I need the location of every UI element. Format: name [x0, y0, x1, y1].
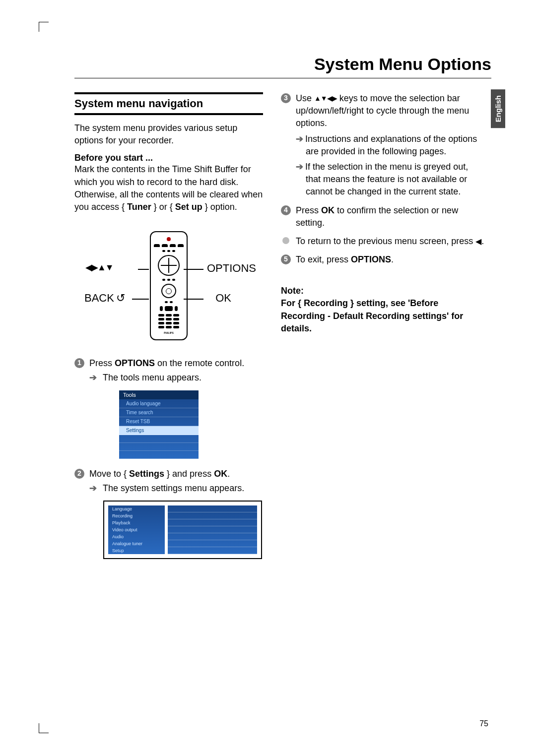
options-label: OPTIONS [207, 262, 256, 275]
bullet-text-a: To return to the previous menu screen, p… [296, 236, 475, 246]
before-you-start-label: Before you start ... [74, 153, 263, 163]
back-label: BACK ↺ [84, 292, 125, 305]
setup-label: Set up [175, 202, 202, 212]
settings-item: Analogue tuner [108, 540, 165, 547]
callout-line [132, 299, 149, 300]
callout-line [138, 269, 149, 270]
settings-item: Recording [108, 512, 165, 519]
power-icon [167, 237, 171, 241]
dpad-keys-icon: ▲▼◀▶ [314, 94, 337, 102]
section-heading: System menu navigation [74, 92, 263, 115]
tools-item: Time search [119, 408, 199, 417]
arrow-icon: ➔ [89, 372, 97, 384]
settings-item: Setup [108, 547, 165, 554]
language-tab: English [491, 89, 505, 128]
step-number: 4 [281, 205, 291, 215]
page-title: System Menu Options [74, 55, 491, 74]
step1-sub: ➔ The tools menu appears. [89, 372, 263, 384]
tools-item-empty [119, 435, 199, 443]
intro-text: The system menu provides various setup o… [74, 122, 263, 147]
step1-options: OPTIONS [115, 358, 155, 368]
step5-text-a: To exit, press [296, 254, 351, 264]
settings-item: Audio [108, 533, 165, 540]
left-key-icon: ◀ [475, 237, 481, 246]
step2-settings: Settings [129, 469, 164, 479]
back-icon: ↺ [116, 292, 125, 305]
step1-text-a: Press [89, 358, 115, 368]
tools-item-empty [119, 443, 199, 451]
step-1: 1 Press OPTIONS on the remote control. [74, 357, 263, 370]
step-5: 5 To exit, press OPTIONS. [281, 253, 484, 266]
step2-sub: ➔ The system settings menu appears. [89, 482, 263, 495]
tools-item: Audio language [119, 399, 199, 408]
arrow-icon: ➔ [296, 134, 303, 144]
numpad-icon [158, 314, 179, 328]
step-2: 2 Move to { Settings } and press OK. [74, 468, 263, 480]
step3-text-a: Use [296, 93, 314, 103]
arrow-icon: ➔ [296, 162, 303, 172]
step5-options: OPTIONS [351, 254, 391, 264]
left-column: System menu navigation The system menu p… [74, 92, 263, 559]
dpad-icon [158, 255, 180, 276]
bullet-return: To return to the previous menu screen, p… [281, 235, 484, 248]
remote-body: PHILIPS [150, 231, 188, 340]
callout-line [184, 299, 203, 300]
tools-item-empty [119, 451, 199, 459]
step2-text-b: } and press [164, 469, 214, 479]
step4-text-a: Press [296, 205, 321, 215]
step4-ok: OK [321, 205, 335, 215]
step2-text-a: Move to { [89, 469, 129, 479]
note-label: Note: [281, 285, 484, 297]
tools-menu: Tools Audio language Time search Reset T… [119, 390, 199, 459]
before-text-c: } option. [202, 202, 237, 212]
tools-header: Tools [119, 390, 199, 399]
settings-item: Language [108, 505, 165, 512]
before-you-start-text: Mark the contents in the Time Shift Buff… [74, 163, 263, 213]
page-number: 75 [479, 719, 488, 728]
tuner-label: Tuner [127, 202, 151, 212]
arrow-icon: ➔ [89, 482, 97, 495]
step2-text-c: . [227, 469, 230, 479]
dpad-arrows-label: ◀▶▲▼ [85, 262, 113, 273]
jog-icon [161, 284, 176, 298]
step-number: 2 [74, 469, 84, 479]
tools-item-selected: Settings [119, 426, 199, 435]
step1-text-b: on the remote control. [155, 358, 244, 368]
step-number: 1 [74, 358, 84, 368]
ok-label: OK [215, 292, 231, 305]
step3-sub1: ➔Instructions and explanations of the op… [296, 133, 484, 158]
brand-label: PHILIPS [164, 331, 173, 334]
crop-mark-bl [39, 723, 49, 733]
step-4: 4 Press OK to confirm the selection or n… [281, 204, 484, 229]
settings-item: Video output [108, 526, 165, 533]
bullet-text-b: . [481, 236, 484, 246]
step-3: 3 Use ▲▼◀▶ keys to move the selection ba… [281, 92, 484, 198]
bullet-icon [282, 237, 289, 244]
crop-mark-tl [39, 22, 49, 32]
before-text-b: } or { [151, 202, 175, 212]
tools-item: Reset TSB [119, 417, 199, 426]
note-body: For { Recording } setting, see 'Before R… [281, 297, 484, 335]
settings-menu: Language Recording Playback Video output… [103, 501, 262, 559]
remote-diagram: ◀▶▲▼ BACK ↺ PHILIPS [84, 231, 253, 345]
step-number: 3 [281, 93, 291, 103]
right-column: 3 Use ▲▼◀▶ keys to move the selection ba… [281, 92, 484, 559]
step5-text-b: . [391, 254, 394, 264]
settings-item: Playback [108, 519, 165, 526]
step2-ok: OK [214, 469, 227, 479]
title-divider [74, 78, 491, 78]
callout-line [184, 269, 203, 270]
step3-sub2: ➔If the selection in the menu is greyed … [296, 161, 484, 198]
step-number: 5 [281, 254, 291, 264]
note-block: Note: For { Recording } setting, see 'Be… [281, 285, 484, 335]
